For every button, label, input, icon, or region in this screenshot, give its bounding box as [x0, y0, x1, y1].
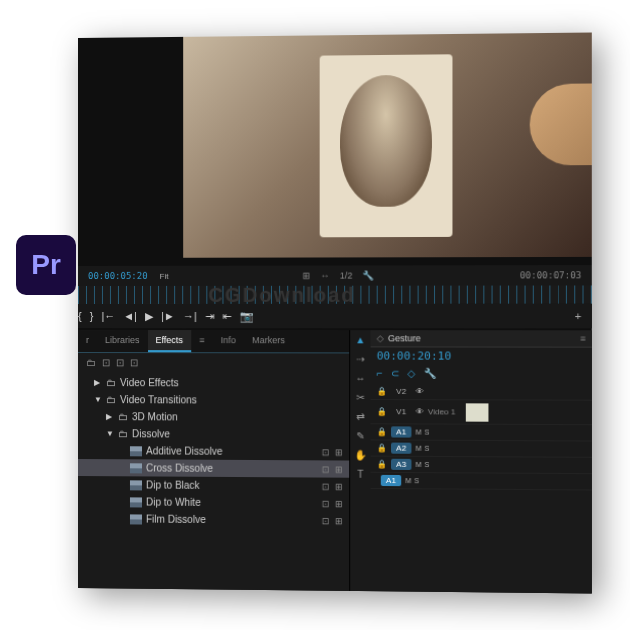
pen-tool[interactable]: ✎: [356, 430, 364, 441]
mark-in-button[interactable]: {: [78, 310, 82, 322]
go-in-button[interactable]: |←: [101, 310, 115, 322]
lock-icon[interactable]: 🔒: [377, 387, 387, 396]
lock-icon[interactable]: 🔒: [377, 427, 387, 436]
step-fwd-button[interactable]: |►: [161, 310, 175, 322]
fx-type-3-icon[interactable]: ⊡: [130, 357, 138, 368]
folder-icon: 🗀: [118, 428, 128, 439]
track-a1[interactable]: A1MS: [371, 473, 592, 491]
tree-item-video-transitions[interactable]: ▼🗀Video Transitions: [78, 391, 349, 409]
fx-type-1-icon[interactable]: ⊡: [102, 357, 110, 368]
track-v2[interactable]: 🔒V2👁: [371, 384, 592, 401]
panel-menu-icon[interactable]: ≡: [580, 333, 585, 343]
ripple-tool[interactable]: ↔: [355, 373, 365, 384]
step-back-button[interactable]: ◄|: [123, 310, 137, 322]
track-label[interactable]: V1: [391, 406, 411, 417]
tree-item-film-dissolve[interactable]: Film Dissolve⊡⊞: [78, 510, 349, 529]
folder-icon: 🗀: [106, 394, 116, 405]
sequence-name[interactable]: Gesture: [388, 333, 421, 343]
tree-item-dissolve[interactable]: ▼🗀Dissolve: [78, 425, 349, 443]
app-icon: Pr: [16, 235, 76, 295]
timeline-marker-icon: ◇: [377, 333, 384, 343]
selection-tool[interactable]: ▲: [355, 334, 365, 345]
track-a3[interactable]: 🔒A3MS: [371, 457, 592, 475]
disclosure-arrow-icon: ▶: [94, 378, 102, 387]
mute-button[interactable]: M: [416, 445, 422, 452]
track-v1[interactable]: 🔒V1👁Video 1: [371, 400, 592, 425]
solo-button[interactable]: S: [414, 477, 419, 484]
snap-icon[interactable]: ⌐: [377, 368, 383, 379]
clip-thumbnail[interactable]: [466, 403, 489, 421]
tree-item-cross-dissolve[interactable]: Cross Dissolve⊡⊞: [78, 459, 349, 478]
item-label: Dip to Black: [146, 479, 200, 490]
mark-out-button[interactable]: }: [90, 310, 94, 322]
disclosure-arrow-icon: ▼: [94, 395, 102, 404]
tab-markers[interactable]: Markers: [244, 330, 293, 352]
track-label[interactable]: A2: [391, 443, 411, 454]
tab-libraries[interactable]: Libraries: [97, 330, 148, 352]
lock-icon[interactable]: 🔒: [377, 407, 387, 416]
mute-button[interactable]: M: [405, 477, 411, 484]
preset-bin-icon[interactable]: 🗀: [86, 357, 96, 368]
go-out-button[interactable]: →|: [183, 310, 197, 322]
resolution-label[interactable]: 1/2: [340, 271, 353, 281]
track-label[interactable]: A1: [391, 426, 411, 437]
eye-icon[interactable]: 👁: [416, 407, 424, 416]
program-monitor[interactable]: [183, 33, 592, 258]
hand-tool[interactable]: ✋: [354, 449, 366, 460]
accel-icon: ⊡: [322, 481, 330, 491]
eye-icon[interactable]: 👁: [416, 387, 424, 396]
timeline-panel: ◇ Gesture ≡ 00:00:20:10 ⌐ ⊂ ◇ 🔧 🔒V2👁🔒V1👁…: [371, 330, 592, 593]
play-button[interactable]: ▶: [145, 309, 153, 322]
tree-item-video-effects[interactable]: ▶🗀Video Effects: [78, 374, 349, 392]
settings-icon[interactable]: 🔧: [424, 368, 436, 379]
lift-button[interactable]: ⇥: [205, 309, 214, 322]
fx-type-2-icon[interactable]: ⊡: [116, 357, 124, 368]
loop-icon[interactable]: ↔: [320, 271, 329, 281]
time-ruler[interactable]: CGDownload: [78, 285, 592, 304]
lock-icon[interactable]: 🔒: [377, 443, 387, 452]
marker-icon[interactable]: ◇: [407, 368, 415, 379]
link-icon[interactable]: ⊂: [391, 368, 399, 379]
mute-button[interactable]: M: [416, 428, 422, 435]
safe-margins-icon[interactable]: ⊞: [302, 271, 310, 281]
track-a1[interactable]: 🔒A1MS: [371, 424, 592, 441]
extract-button[interactable]: ⇤: [222, 309, 231, 322]
transition-icon: [130, 514, 142, 524]
lock-icon[interactable]: 🔒: [377, 460, 387, 469]
tree-item-additive-dissolve[interactable]: Additive Dissolve⊡⊞: [78, 442, 349, 461]
track-label[interactable]: V2: [391, 386, 411, 397]
tree-item-dip-to-white[interactable]: Dip to White⊡⊞: [78, 493, 349, 512]
slip-tool[interactable]: ⇄: [356, 411, 364, 422]
solo-button[interactable]: S: [425, 429, 430, 436]
playhead-timecode[interactable]: 00:00:20:10: [371, 347, 592, 365]
export-frame-button[interactable]: 📷: [239, 309, 253, 322]
track-select-tool[interactable]: ⇢: [356, 353, 364, 364]
transition-icon: [130, 463, 142, 473]
tab-info[interactable]: Info: [213, 330, 244, 352]
solo-button[interactable]: S: [425, 461, 430, 468]
track-label[interactable]: A1: [381, 475, 401, 486]
mute-button[interactable]: M: [416, 461, 422, 468]
tab-effects[interactable]: Effects: [148, 330, 192, 352]
transition-icon: [130, 497, 142, 507]
wrench-icon[interactable]: 🔧: [363, 271, 374, 281]
info-icon: ⊞: [335, 447, 343, 457]
disclosure-arrow-icon: ▼: [106, 429, 114, 438]
tree-item-3d-motion[interactable]: ▶🗀3D Motion: [78, 408, 349, 426]
zoom-fit[interactable]: Fit: [160, 271, 169, 280]
info-icon: ⊞: [335, 481, 343, 491]
razor-tool[interactable]: ✂: [356, 392, 364, 403]
tab-r[interactable]: r: [78, 330, 97, 352]
tab-menu-icon[interactable]: ≡: [191, 330, 212, 352]
info-icon: ⊞: [335, 498, 343, 508]
info-icon: ⊞: [335, 516, 343, 526]
type-tool[interactable]: T: [357, 469, 363, 480]
in-timecode[interactable]: 00:00:05:20: [88, 271, 148, 281]
solo-button[interactable]: S: [425, 445, 430, 452]
track-label[interactable]: A3: [391, 459, 411, 470]
track-a2[interactable]: 🔒A2MS: [371, 440, 592, 457]
out-timecode[interactable]: 00:00:07:03: [520, 270, 582, 280]
tree-item-dip-to-black[interactable]: Dip to Black⊡⊞: [78, 476, 349, 495]
transport-controls: { } |← ◄| ▶ |► →| ⇥ ⇤ 📷 +: [78, 304, 592, 328]
add-button[interactable]: +: [575, 310, 582, 322]
